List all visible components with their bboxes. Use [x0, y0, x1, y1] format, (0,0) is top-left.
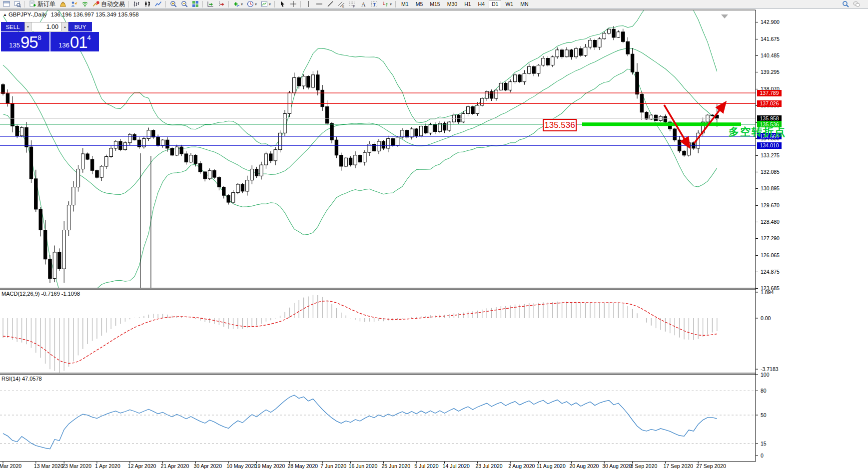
arrows-button[interactable]: ▾	[380, 0, 393, 8]
indplus-icon	[233, 0, 240, 7]
data-window-button[interactable]	[12, 0, 22, 8]
candle-body	[673, 129, 676, 140]
deposit-button[interactable]	[58, 0, 68, 8]
date-tick-label: 27 Sep 2020	[696, 463, 726, 469]
candle-body	[72, 187, 75, 205]
candle-body	[227, 195, 230, 202]
date-tick-label: 11 Aug 2020	[537, 463, 566, 469]
tT-icon: T	[371, 0, 378, 7]
timeframe-m30-button[interactable]: M30	[444, 0, 460, 8]
auto-icon	[92, 0, 99, 7]
candle-body	[363, 152, 366, 162]
collapse-icon[interactable]: ▲	[3, 12, 7, 17]
periods-button[interactable]: ▾	[245, 0, 258, 8]
support-zone-segment[interactable]	[582, 122, 741, 126]
candle-body	[213, 170, 216, 177]
timeframe-w1-button[interactable]: W1	[502, 0, 516, 8]
ascroll-icon	[207, 0, 214, 7]
date-tick-label: 4 Mar 2020	[0, 463, 21, 469]
text-label-button[interactable]: T	[369, 0, 379, 8]
new-order-button-label: 新订单	[37, 0, 55, 8]
main-pane	[0, 8, 756, 302]
cursor-button[interactable]	[277, 0, 287, 8]
timeframe-mn-button[interactable]: MN	[517, 0, 531, 8]
equidistant-channel-button[interactable]: E	[336, 0, 346, 8]
autotrading-button-label: 自动交易	[101, 0, 125, 8]
sell-button[interactable]: SELL	[1, 22, 24, 31]
vertical-line-button[interactable]	[303, 0, 313, 8]
candle-body	[208, 170, 211, 179]
buy-button[interactable]: BUY	[68, 22, 92, 31]
candle-body	[269, 154, 272, 161]
crosshair-button[interactable]	[288, 0, 298, 8]
toolbar-separator	[274, 1, 275, 7]
toolbar-group	[277, 0, 299, 8]
bollinger-band-l	[3, 69, 717, 302]
candle-body	[264, 154, 267, 165]
chart-canvas[interactable]	[0, 8, 868, 470]
volume-input[interactable]	[31, 22, 61, 31]
toolbar-group: EFAT▾	[303, 0, 394, 8]
candle-body	[513, 75, 516, 82]
zoom-out-button[interactable]	[179, 0, 189, 8]
candle-body	[217, 177, 220, 187]
signals-button[interactable]	[80, 0, 90, 8]
publish-button[interactable]	[69, 0, 79, 8]
search-button[interactable]	[841, 0, 851, 8]
line-chart-button[interactable]	[153, 0, 163, 8]
candle-body	[410, 129, 413, 137]
bar-chart-button[interactable]	[131, 0, 141, 8]
price-tick-label: 142.900	[761, 19, 780, 25]
candle-body	[170, 148, 173, 155]
autotrading-button[interactable]: 自动交易	[91, 0, 126, 8]
chart-shift-button[interactable]	[216, 0, 226, 8]
candle-body	[448, 122, 451, 130]
toolbar-separator	[24, 1, 25, 7]
dropdown-arrow-icon[interactable]: ▾	[390, 2, 392, 6]
symbol-period: GBPJPY-,Daily	[8, 11, 47, 17]
candle-body	[330, 123, 333, 140]
indicators-button[interactable]: ▾	[231, 0, 244, 8]
macd-tick-label: 0.00	[761, 315, 771, 321]
chat-button[interactable]	[852, 0, 862, 8]
candlestick-chart-button[interactable]	[142, 0, 152, 8]
timeframe-d1-button[interactable]: D1	[489, 0, 501, 8]
dropdown-arrow-icon[interactable]: ▾	[255, 2, 257, 6]
candle-body	[711, 115, 714, 116]
timeframe-m5-button[interactable]: M5	[413, 0, 426, 8]
text-button[interactable]: A	[358, 0, 368, 8]
candle-body	[311, 75, 314, 87]
timeframe-m1-button[interactable]: M1	[398, 0, 412, 8]
volume-decrease-button[interactable]: ▼	[24, 22, 31, 31]
timeframe-h4-button[interactable]: H4	[475, 0, 488, 8]
trendline-button[interactable]	[325, 0, 335, 8]
timeframe-h1-button[interactable]: H1	[461, 0, 474, 8]
dropdown-arrow-icon[interactable]: ▾	[269, 2, 271, 6]
dropdown-arrow-icon[interactable]: ▾	[241, 2, 243, 6]
sell-price-sup: 8	[38, 34, 41, 41]
winq-icon	[14, 0, 21, 7]
timeframe-m15-button[interactable]: M15	[427, 0, 443, 8]
toolbar-separator	[395, 1, 396, 7]
chart-shift-marker[interactable]	[721, 14, 728, 18]
zoom-in-button[interactable]	[168, 0, 178, 8]
tile-windows-button[interactable]	[190, 0, 200, 8]
rsi-tick-label: 15	[761, 441, 767, 447]
new-order-button[interactable]: 新订单	[27, 0, 57, 8]
candle-body	[490, 91, 493, 98]
price-value-box: 137.026	[757, 100, 782, 107]
auto-scroll-button[interactable]	[205, 0, 215, 8]
candle-body	[560, 50, 563, 57]
sell-price-panel[interactable]: 135 95 8	[1, 32, 49, 51]
horizontal-line-button[interactable]	[314, 0, 324, 8]
buy-price-panel[interactable]: 136 01 4	[50, 32, 99, 51]
cshift-icon	[218, 0, 225, 7]
volume-increase-button[interactable]: ▲	[61, 22, 68, 31]
toolbar-group	[131, 0, 164, 8]
charts-window-button[interactable]	[1, 0, 11, 8]
rsi-label: RSI(14) 47.0578	[1, 376, 42, 382]
fibonacci-button[interactable]: F	[347, 0, 357, 8]
candle-body	[166, 140, 169, 148]
templates-button[interactable]: ▾	[259, 0, 272, 8]
one-click-trading-panel: SELL ▼ ▲ BUY 135 95 8 136 01 4	[1, 22, 99, 51]
